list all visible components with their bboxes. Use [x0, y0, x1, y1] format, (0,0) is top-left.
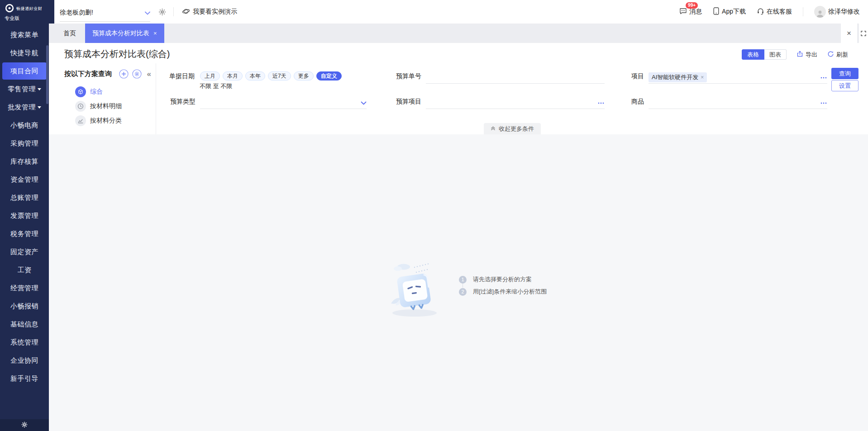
date-option-more[interactable]: 更多 — [294, 71, 314, 81]
report-toolbar: 表格 图表 导出 刷新 — [742, 49, 848, 60]
settings-gear-icon[interactable] — [158, 8, 166, 16]
collapse-panel-icon[interactable]: « — [147, 70, 151, 78]
user-menu[interactable]: 徐泽华修改 — [814, 6, 860, 18]
step-2-text: 用[过滤]条件来缩小分析范围 — [473, 288, 547, 296]
sidebar-item-inventory[interactable]: 库存核算 — [2, 153, 47, 170]
sidebar-item-quick-nav[interactable]: 快捷导航 — [2, 44, 47, 62]
sidebar-item-funds[interactable]: 资金管理 — [2, 171, 47, 188]
avatar — [814, 6, 826, 18]
sidebar-item-fixed-assets[interactable]: 固定资产 — [2, 243, 47, 260]
sidebar-item-beginner-guide[interactable]: 新手引导 — [2, 370, 47, 387]
empty-state-steps: 1 请先选择要分析的方案 2 用[过滤]条件来缩小分析范围 — [459, 275, 547, 320]
sidebar-item-label: 快捷导航 — [10, 49, 38, 57]
tab-label: 预算成本分析对比表 — [92, 29, 149, 38]
messages-button[interactable]: 消息 99+ — [679, 7, 702, 16]
sidebar-item-label: 项目合同 — [10, 67, 38, 76]
app-download-label: App下载 — [722, 8, 746, 16]
date-option-last-month[interactable]: 上月 — [200, 71, 220, 81]
scheme-panel: 按以下方案查询 « — [49, 63, 156, 134]
export-icon — [796, 51, 803, 59]
chevron-down-icon[interactable] — [361, 101, 367, 105]
sidebar-item-label: 库存核算 — [10, 157, 38, 166]
remove-tag-icon[interactable]: × — [701, 74, 704, 81]
doc-date-label: 单据日期 — [169, 72, 195, 81]
project-input[interactable]: AI智能软硬件开发 × — [649, 72, 827, 84]
add-scheme-icon[interactable] — [119, 69, 129, 79]
budget-type-select[interactable] — [200, 98, 367, 109]
budget-type-filter: 预算类型 — [170, 98, 367, 109]
tab-window-controls: × — [841, 24, 868, 43]
sidebar-item-purchase[interactable]: 采购管理 — [2, 135, 47, 152]
settings-button[interactable]: 设置 — [831, 80, 858, 91]
headset-icon — [757, 7, 764, 16]
search-button[interactable]: 查询 — [831, 68, 858, 79]
gear-icon[interactable] — [21, 422, 28, 429]
sidebar-item-tax[interactable]: 税务管理 — [2, 225, 47, 242]
export-button[interactable]: 导出 — [796, 51, 817, 59]
tab-home[interactable]: 首页 — [59, 24, 81, 43]
sidebar-item-invoice[interactable]: 发票管理 — [2, 207, 47, 224]
chevron-down-icon — [38, 88, 41, 92]
budget-item-input[interactable] — [426, 98, 605, 109]
view-toggle: 表格 图表 — [742, 49, 787, 60]
sidebar-item-ecommerce[interactable]: 小畅电商 — [2, 117, 47, 134]
sidebar-item-general-ledger[interactable]: 总账管理 — [2, 189, 47, 206]
sidebar-item-retail[interactable]: 零售管理 — [2, 81, 47, 98]
sidebar-item-project-contract[interactable]: 项目合同 — [2, 62, 47, 80]
scheme-item-label: 综合 — [90, 88, 103, 96]
scheme-item-by-material-detail[interactable]: 按材料明细 — [75, 100, 156, 112]
date-range-value[interactable]: 不限 至 不限 — [200, 82, 232, 90]
close-all-tabs-button[interactable]: × — [841, 24, 857, 43]
message-bubble-icon — [679, 7, 687, 16]
goods-input[interactable] — [649, 98, 827, 109]
sidebar-item-system[interactable]: 系统管理 — [2, 334, 47, 351]
scheme-settings-gear-icon[interactable] — [132, 69, 142, 79]
sidebar-scrollbar[interactable] — [46, 45, 48, 104]
scheme-panel-header: 按以下方案查询 « — [49, 63, 156, 79]
scheme-item-by-material-category[interactable]: 按材料分类 — [75, 115, 156, 127]
budget-no-input[interactable] — [426, 72, 605, 84]
report-header-zone: 预算成本分析对比表(综合) 表格 图表 导出 刷新 — [49, 43, 868, 134]
demo-link[interactable]: 我要看实例演示 — [182, 7, 237, 17]
sidebar-item-operations[interactable]: 经营管理 — [2, 279, 47, 297]
sidebar-item-wholesale[interactable]: 批发管理 — [2, 99, 47, 116]
date-option-custom[interactable]: 自定义 — [316, 71, 342, 81]
sidebar-item-label: 搜索菜单 — [10, 31, 38, 39]
step-2: 2 用[过滤]条件来缩小分析范围 — [459, 288, 547, 296]
sidebar-item-base-info[interactable]: 基础信息 — [2, 316, 47, 333]
scheme-list: 综合 按材料明细 按材料分类 — [49, 86, 156, 127]
scheme-item-label: 按材料分类 — [90, 117, 122, 125]
goods-filter: 商品 — [631, 98, 827, 109]
project-tag: AI智能软硬件开发 × — [649, 72, 707, 82]
step-2-number: 2 — [459, 288, 467, 296]
sidebar-item-label: 资金管理 — [10, 175, 38, 184]
scheme-item-comprehensive[interactable]: 综合 — [75, 86, 156, 98]
org-selector-value: 徐老板勿删! — [60, 9, 93, 17]
sidebar-item-search-menu[interactable]: 搜索菜单 — [2, 26, 47, 43]
sidebar-footer — [0, 419, 49, 431]
more-icon[interactable] — [820, 102, 827, 104]
date-option-last-7-days[interactable]: 近7天 — [268, 71, 291, 81]
date-option-this-year[interactable]: 本年 — [245, 71, 265, 81]
refresh-button[interactable]: 刷新 — [827, 51, 848, 59]
sidebar-item-payroll[interactable]: 工资 — [2, 261, 47, 279]
clock-icon — [75, 101, 86, 112]
more-icon[interactable] — [820, 76, 827, 79]
fullscreen-icon[interactable] — [859, 24, 868, 43]
refresh-icon — [827, 51, 834, 59]
sidebar-item-expense[interactable]: 小畅报销 — [2, 298, 47, 315]
divider — [173, 7, 174, 16]
tab-close-icon[interactable]: × — [153, 30, 157, 37]
online-service-button[interactable]: 在线客服 — [757, 7, 792, 16]
collapse-more-conditions[interactable]: 收起更多条件 — [484, 123, 541, 134]
budget-item-filter: 预算项目 — [396, 98, 605, 109]
table-view-button[interactable]: 表格 — [742, 49, 764, 60]
app-download-button[interactable]: App下载 — [713, 7, 746, 16]
sidebar-item-collaboration[interactable]: 企业协同 — [2, 352, 47, 369]
sidebar-item-label: 基础信息 — [10, 320, 38, 329]
org-selector[interactable]: 徐老板勿删! — [60, 4, 150, 22]
chart-view-button[interactable]: 图表 — [764, 49, 787, 60]
tab-budget-cost-report[interactable]: 预算成本分析对比表 × — [85, 24, 164, 43]
date-option-this-month[interactable]: 本月 — [223, 71, 243, 81]
more-icon[interactable] — [597, 102, 605, 104]
